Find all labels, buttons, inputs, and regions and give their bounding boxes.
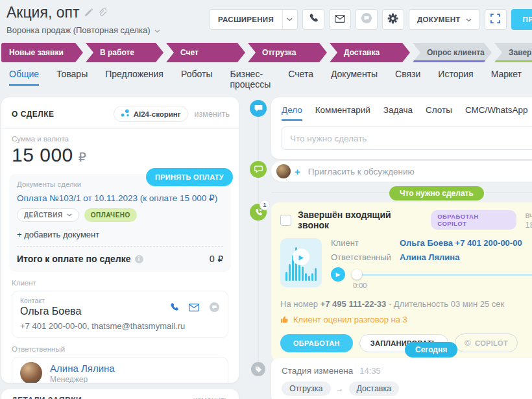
audio-track[interactable] — [352, 274, 532, 276]
play-icon[interactable]: ▶ — [293, 248, 309, 265]
tab-history[interactable]: История — [438, 69, 473, 84]
timeline-tab-comment[interactable]: Комментарий — [315, 105, 370, 121]
messenger-icon — [361, 12, 372, 27]
timeline-rail — [258, 110, 259, 369]
stage-in-progress[interactable]: В работе — [86, 43, 163, 62]
settings-button[interactable] — [382, 9, 404, 30]
document-actions-button[interactable]: ДЕЙСТВИЯ — [17, 208, 79, 222]
responsible-name[interactable]: Алина Лялина — [50, 363, 115, 374]
extensions-button[interactable]: РАСШИРЕНИЯ — [209, 9, 298, 30]
timeline-stage-icon — [251, 362, 265, 376]
arrow-right-icon: → — [336, 384, 344, 393]
copilot-icon: © — [465, 338, 471, 348]
timeline-tab-activity[interactable]: Дело — [282, 105, 302, 121]
tab-general[interactable]: Общие — [9, 69, 39, 86]
ai-scoring-label: AI24-скоринг — [134, 110, 181, 118]
stage-underline — [413, 60, 492, 62]
stage-new[interactable]: Новые заявки — [1, 43, 83, 62]
stage-survey[interactable]: Опрос клиента — [413, 43, 492, 62]
gear-icon — [387, 13, 398, 27]
today-pill[interactable]: Сегодня — [405, 342, 457, 357]
deal-stage-bar: Новые заявки В работе Счет Отгрузка Дост… — [1, 43, 532, 62]
ai-scoring-button[interactable]: AI24-скоринг — [114, 106, 188, 122]
page-title: Акция, опт — [6, 4, 106, 21]
stage-finish[interactable]: Завершить — [494, 43, 532, 62]
processed-button[interactable]: ОБРАБОТАН — [280, 334, 353, 352]
edit-title-icon[interactable] — [84, 8, 93, 17]
email-button[interactable] — [329, 9, 351, 30]
chevron-down-icon — [466, 16, 472, 23]
add-document-link[interactable]: + добавить документ — [17, 230, 223, 239]
stage-invoice[interactable]: Счет — [166, 43, 245, 62]
responsible-avatar[interactable] — [20, 362, 42, 383]
stage-from-chip: Отгрузка — [282, 381, 331, 396]
tab-bizproc[interactable]: Бизнес-процессы — [230, 69, 271, 95]
audio-position: 0:00 — [353, 282, 367, 289]
tab-quotes[interactable]: Предложения — [105, 69, 163, 84]
timeline-composer-card: Дело Комментарий Задача Слоты СМС/WhatsA… — [271, 97, 532, 159]
audio-slider-knob[interactable] — [352, 269, 362, 280]
edit-section-link[interactable]: изменить — [195, 110, 230, 119]
contact-messenger-icon[interactable] — [209, 302, 220, 313]
chevron-down-icon — [67, 213, 72, 217]
stage-event-time: 14:35 — [359, 366, 381, 376]
timeline-tab-task[interactable]: Задача — [383, 105, 413, 121]
link-icon[interactable] — [98, 8, 106, 17]
timeline-tab-sms[interactable]: СМС/WhatsApp — [465, 105, 528, 121]
stage-shipment[interactable]: Отгрузка — [248, 43, 327, 62]
call-client-value[interactable]: Ольга Боева +7 401 200-00-00 — [400, 238, 522, 248]
tab-products[interactable]: Товары — [56, 69, 88, 84]
invite-label: Пригласить к обсуждению — [308, 167, 415, 176]
client-field-label: Клиент — [12, 279, 228, 287]
call-responsible-value[interactable]: Алина Лялина — [400, 252, 459, 262]
info-icon[interactable]: i — [135, 255, 143, 263]
play-button[interactable]: ▶ — [331, 267, 345, 282]
accept-payment-button[interactable]: ПРИНЯТЬ ОПЛАТУ — [146, 168, 233, 186]
tab-robots[interactable]: Роботы — [181, 69, 212, 84]
stage-underline — [494, 60, 532, 62]
call-checkbox[interactable] — [280, 215, 291, 226]
call-recording-thumbnail[interactable]: ▶ — [280, 238, 322, 287]
copilot-processed-badge: ОБРАБОТАН COPILOT — [431, 210, 516, 230]
call-rating-text: Клиент оценил разговор на 3 — [293, 315, 407, 324]
pipeline-selector[interactable]: Воронка продаж (Повторная сделка) — [6, 25, 160, 35]
timeline-call-icon[interactable]: 1 — [250, 204, 267, 221]
tab-invoices[interactable]: Счета — [288, 69, 313, 84]
tag-icon — [255, 366, 262, 373]
timeline-tabs: Дело Комментарий Задача Слоты СМС/WhatsA… — [282, 105, 532, 121]
call-responsible-label: Ответственный — [331, 252, 400, 262]
call-rating: Клиент оценил разговор на 3 — [280, 315, 532, 324]
document-label: ДОКУМЕНТ — [417, 16, 461, 23]
timeline-tab-slots[interactable]: Слоты — [426, 105, 452, 121]
stage-delivery[interactable]: Доставка — [330, 43, 410, 62]
contact-phone-icon[interactable] — [169, 302, 179, 312]
call-button[interactable] — [302, 9, 324, 30]
contact-email-icon[interactable] — [189, 304, 199, 311]
contact-details: +7 401 200-00-00, thatsme@thatsmymail.ru — [20, 321, 220, 331]
expand-button[interactable] — [485, 9, 507, 30]
call-timestamp: вчера, 18:42 — [526, 210, 532, 230]
deal-page: Акция, опт Воронка продаж (Повторная сде… — [0, 0, 532, 399]
copilot-button[interactable]: © COPILOT — [455, 333, 518, 352]
edit-section-link[interactable]: изменить — [193, 396, 228, 399]
header-toolbar: РАСШИРЕНИЯ ДОКУМЕНТ ПРЕДЛОЖ — [209, 9, 532, 30]
responsible-role: Менеджер — [50, 375, 115, 383]
document-button[interactable]: ДОКУМЕНТ — [409, 9, 480, 30]
payment-document-link[interactable]: Оплата №103/1 от 10.11.2023 (к оплате 15… — [17, 193, 223, 203]
todo-input[interactable] — [282, 127, 532, 150]
timeline-comment-icon[interactable] — [250, 161, 267, 178]
call-duration: Длительность 03 мин 25 сек — [394, 299, 504, 309]
messenger-button[interactable] — [356, 9, 378, 30]
todo-filter-pill[interactable]: Что нужно сделать — [389, 186, 484, 200]
call-title: Завершён входящий звонок — [298, 210, 424, 230]
paid-status-badge: ОПЛАЧЕНО — [84, 208, 137, 222]
stage-event-title: Стадия изменена — [282, 366, 353, 376]
tab-documents[interactable]: Документы — [331, 69, 378, 84]
proposal-button[interactable]: ПРЕДЛОЖ — [511, 9, 532, 30]
tab-relations[interactable]: Связи — [395, 69, 420, 84]
responsible-card: Алина Лялина Менеджер — [12, 357, 228, 383]
invite-to-discussion[interactable]: + Пригласить к обсуждению — [271, 161, 532, 182]
chevron-down-icon[interactable] — [282, 10, 297, 29]
timeline-activity-icon[interactable] — [250, 100, 267, 117]
tab-market[interactable]: Маркет — [491, 69, 522, 84]
